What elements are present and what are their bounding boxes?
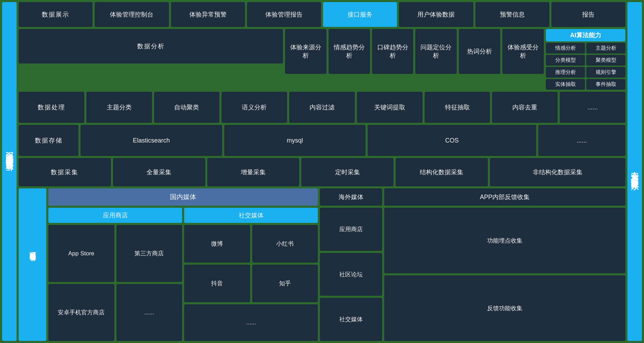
ai-title: AI算法能力 <box>546 29 625 41</box>
cell-semantic-analysis: 语义分析 <box>221 92 287 123</box>
ai-topic: 主题分析 <box>586 43 625 53</box>
cell-overseas-app-store: 应用商店 <box>320 208 382 251</box>
social-grid: 微博 小红书 抖音 知乎 ...... <box>184 225 318 341</box>
row-data-processing: 数据处理 主题分类 自动聚类 语义分析 内容过滤 关键词提取 特征抽取 内容去重… <box>19 92 625 123</box>
cell-more-stores: ...... <box>116 284 182 341</box>
cell-incremental-collection: 增量采集 <box>207 158 300 186</box>
cell-experience-warning: 体验异常预警 <box>171 2 245 27</box>
cell-function-buried: 功能埋点收集 <box>384 208 625 273</box>
ai-clustering: 聚类模型 <box>586 55 625 66</box>
ai-reasoning: 推理分析 <box>546 67 585 78</box>
row-label-data-collection: 数据采集 <box>19 158 111 186</box>
cell-hot-words: 热词分析 <box>459 29 500 74</box>
cell-keyword-extract: 关键词提取 <box>357 92 423 123</box>
overseas-block: 应用商店 社区论坛 社交媒体 <box>320 208 382 341</box>
row-label-data-processing: 数据处理 <box>19 92 84 123</box>
cell-douyin: 抖音 <box>184 265 250 302</box>
row-data-display: 数据展示 体验管理控制台 体验异常预警 体验管理报告 接口服务 用户体验数据 预… <box>19 2 625 27</box>
cell-weibo: 微博 <box>184 225 250 263</box>
cell-overseas-social: 社交媒体 <box>320 298 382 341</box>
app-store-block: 应用商店 App Store 第三方商店 安卓手机官方商店 ...... <box>48 208 182 341</box>
cell-more-social: ...... <box>184 304 318 341</box>
ai-grid: 情感分析 主题分析 分类模型 聚类模型 推理分析 规则引擎 实体抽取 事件抽取 <box>546 43 625 90</box>
cell-word-of-mouth: 口碑趋势分析 <box>372 29 414 74</box>
row-experience-data-source: 体验数据来源 国内媒体 海外媒体 APP内部反馈收集 应用商店 <box>19 188 625 341</box>
cell-api-service: 接口服务 <box>323 2 397 27</box>
row-data-analysis: 数据分析 体验来源分析 情感趋势分析 口碑趋势分析 问题定位分析 热词分析 体验… <box>19 29 625 90</box>
row-data-storage: 数据存储 Elasticsearch mysql COS ...... <box>19 125 625 156</box>
cell-overseas-community: 社区论坛 <box>320 253 382 296</box>
overseas-media-label: 海外媒体 <box>320 188 382 206</box>
right-feedback-block: 功能埋点收集 反馈功能收集 <box>384 208 625 341</box>
cell-android-official: 安卓手机官方商店 <box>48 284 114 341</box>
cell-structured-collection: 结构化数据采集 <box>396 158 488 186</box>
cell-content-dedup: 内容去重 <box>492 92 558 123</box>
ai-algorithm-block: AI算法能力 情感分析 主题分析 分类模型 聚类模型 推理分析 规则引擎 实体抽… <box>546 29 625 90</box>
cell-elasticsearch: Elasticsearch <box>80 125 222 156</box>
ai-event: 事件抽取 <box>586 79 625 90</box>
cell-user-experience-data: 用户体验数据 <box>399 2 473 27</box>
app-feedback-label: APP内部反馈收集 <box>384 188 625 206</box>
source-middle-row: 应用商店 App Store 第三方商店 安卓手机官方商店 ...... 社交媒… <box>48 208 625 341</box>
social-media-block: 社交媒体 微博 小红书 抖音 知乎 ...... <box>184 208 318 341</box>
cell-cos: COS <box>368 125 536 156</box>
cell-experience-control: 体验管理控制台 <box>95 2 169 27</box>
row-label-experience-source: 体验数据来源 <box>19 188 46 341</box>
cell-full-collection: 全量采集 <box>113 158 205 186</box>
cell-unstructured-collection: 非结构化数据采集 <box>490 158 625 186</box>
cell-feature-extract: 特征抽取 <box>425 92 490 123</box>
row-data-collection: 数据采集 全量采集 增量采集 定时采集 结构化数据采集 非结构化数据采集 <box>19 158 625 186</box>
main-content: 数据展示 体验管理控制台 体验异常预警 体验管理报告 接口服务 用户体验数据 预… <box>19 2 625 341</box>
ai-entity: 实体抽取 <box>546 79 585 90</box>
app-store-section-title: 应用商店 <box>48 208 182 223</box>
cell-third-party-store: 第三方商店 <box>116 225 182 282</box>
ai-sentiment: 情感分析 <box>546 43 585 53</box>
cell-auto-cluster: 自动聚类 <box>154 92 220 123</box>
row-label-data-display: 数据展示 <box>19 2 93 27</box>
experience-source-inner: 国内媒体 海外媒体 APP内部反馈收集 应用商店 App Store 第三方商店 <box>48 188 625 341</box>
cell-zhihu: 知乎 <box>252 265 318 302</box>
row-label-data-storage: 数据存储 <box>19 125 78 156</box>
cell-source-analysis: 体验来源分析 <box>285 29 326 74</box>
domestic-media-label: 国内媒体 <box>48 188 318 206</box>
cell-more-storage: ...... <box>538 125 625 156</box>
ai-classification: 分类模型 <box>546 55 585 66</box>
domestic-media-row: 国内媒体 海外媒体 APP内部反馈收集 <box>48 188 625 206</box>
cell-feedback-function: 反馈功能收集 <box>384 275 625 341</box>
cell-sentiment-trend: 情感趋势分析 <box>329 29 370 74</box>
cell-xiaohongshu: 小红书 <box>252 225 318 263</box>
ai-rules: 规则引擎 <box>586 67 625 78</box>
cell-warning-info: 预警信息 <box>475 2 549 27</box>
cell-report: 报告 <box>551 2 625 27</box>
cell-mysql: mysql <box>224 125 366 156</box>
right-side-label: 安全与运维保障体系 <box>627 2 642 341</box>
row-label-data-analysis: 数据分析 <box>19 29 283 63</box>
social-media-section-title: 社交媒体 <box>184 208 318 223</box>
cell-content-filter: 内容过滤 <box>289 92 355 123</box>
left-side-label: 标准规范与管理制度 <box>2 2 17 341</box>
cell-experience-report: 体验管理报告 <box>247 2 321 27</box>
cell-scheduled-collection: 定时采集 <box>301 158 394 186</box>
cell-topic-classify: 主题分类 <box>86 92 152 123</box>
cell-issue-location: 问题定位分析 <box>415 29 457 74</box>
cell-experience-perception: 体验感受分析 <box>502 29 544 74</box>
domestic-sub-blocks: 应用商店 App Store 第三方商店 安卓手机官方商店 ...... 社交媒… <box>48 208 318 341</box>
cell-more-processing: ...... <box>560 92 625 123</box>
app-store-grid: App Store 第三方商店 安卓手机官方商店 ...... <box>48 225 182 341</box>
cell-app-store: App Store <box>48 225 114 282</box>
analysis-cells: 体验来源分析 情感趋势分析 口碑趋势分析 问题定位分析 热词分析 体验感受分析 <box>285 29 544 90</box>
